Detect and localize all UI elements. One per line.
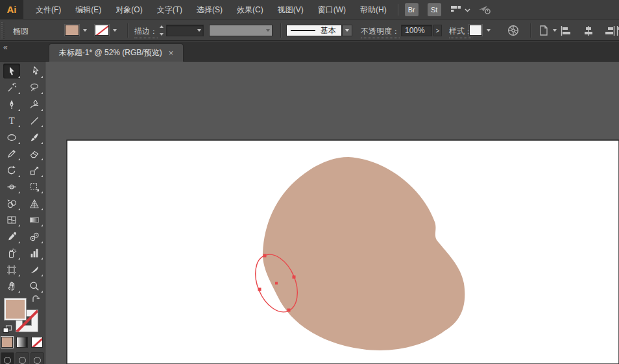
center-point[interactable] xyxy=(275,282,278,285)
app-logo: Ai xyxy=(0,0,23,19)
draw-normal-button[interactable] xyxy=(1,352,14,364)
brush-definition-chevron[interactable] xyxy=(342,25,352,36)
default-fill-stroke-icon[interactable] xyxy=(3,325,12,335)
menu-item-8[interactable]: 窗口(W) xyxy=(311,0,353,19)
menu-item-3[interactable]: 对象(O) xyxy=(108,0,149,19)
paint-color-button[interactable] xyxy=(1,337,13,348)
rotate-tool[interactable] xyxy=(0,162,23,179)
ellipse-tool-icon xyxy=(6,132,17,143)
anchor-point[interactable] xyxy=(293,276,296,279)
tab-close-icon[interactable]: × xyxy=(169,49,174,57)
eyedropper-tool[interactable] xyxy=(0,228,23,245)
fill-color-chevron[interactable] xyxy=(80,25,89,36)
collapse-panels-button[interactable]: « xyxy=(3,43,7,52)
paint-none-button[interactable] xyxy=(31,337,43,348)
stroke-weight-select[interactable] xyxy=(166,25,204,36)
stroke-color-swatch[interactable] xyxy=(95,25,109,36)
paint-style-buttons xyxy=(1,337,43,348)
hand-tool[interactable] xyxy=(0,278,23,295)
selection-tool[interactable] xyxy=(0,63,23,80)
workspace-switcher-button[interactable] xyxy=(450,4,470,16)
mesh-tool[interactable] xyxy=(0,212,23,229)
type-tool-icon: T xyxy=(6,115,17,126)
tool-flyout-corner xyxy=(41,109,43,111)
type-tool[interactable]: T xyxy=(0,113,23,130)
align-center-icon[interactable] xyxy=(582,24,595,37)
opacity-input[interactable]: 100% xyxy=(401,25,432,36)
direct-selection-tool[interactable] xyxy=(23,63,45,80)
paint-gradient-button[interactable] xyxy=(16,337,28,348)
shaper-tool[interactable] xyxy=(0,146,23,163)
options-divider xyxy=(280,23,281,38)
perspective-grid-tool[interactable] xyxy=(23,195,45,212)
ellipse-tool[interactable] xyxy=(0,129,23,146)
align-right-icon[interactable] xyxy=(603,24,616,37)
stock-button[interactable]: St xyxy=(428,3,441,16)
blend-tool[interactable] xyxy=(23,228,45,245)
zoom-tool-icon xyxy=(29,281,40,291)
gradient-tool[interactable] xyxy=(23,212,45,229)
gradient-tool-icon xyxy=(29,215,40,225)
symbol-sprayer-tool[interactable] xyxy=(0,245,23,262)
document-setup-icon[interactable] xyxy=(537,24,550,37)
document-setup-chevron[interactable] xyxy=(550,25,559,36)
tool-flyout-corner xyxy=(18,208,20,210)
width-tool[interactable] xyxy=(0,179,23,196)
canvas-pasteboard[interactable] xyxy=(45,62,619,364)
draw-inside-button[interactable] xyxy=(30,352,44,364)
scale-tool[interactable] xyxy=(23,162,45,179)
menu-item-1[interactable]: 文件(F) xyxy=(29,0,68,19)
tool-flyout-corner xyxy=(41,291,43,293)
free-transform-tool[interactable] xyxy=(23,179,45,196)
artboard-tool[interactable] xyxy=(0,261,23,278)
pen-tool[interactable] xyxy=(0,96,23,113)
eraser-tool-icon xyxy=(29,149,40,159)
stroke-weight-stepper[interactable] xyxy=(158,25,164,36)
draw-behind-button[interactable] xyxy=(16,352,29,364)
tool-flyout-corner xyxy=(41,258,43,260)
style-chevron[interactable] xyxy=(484,25,492,36)
menu-item-2[interactable]: 编辑(E) xyxy=(68,0,108,19)
style-swatch[interactable] xyxy=(469,25,482,36)
stroke-color-chevron[interactable] xyxy=(110,25,119,36)
menu-item-5[interactable]: 选择(S) xyxy=(189,0,230,19)
align-left-icon[interactable] xyxy=(559,24,572,37)
rotate-tool-icon xyxy=(6,165,17,176)
width-profile-select[interactable] xyxy=(209,25,273,36)
shape-builder-tool[interactable] xyxy=(0,195,23,212)
bridge-button[interactable]: Br xyxy=(405,3,419,16)
lasso-tool[interactable] xyxy=(23,80,45,97)
eraser-tool[interactable] xyxy=(23,146,45,163)
align-top-icon[interactable] xyxy=(615,24,619,37)
menu-item-7[interactable]: 视图(V) xyxy=(271,0,311,19)
column-graph-tool[interactable] xyxy=(23,245,45,262)
magic-wand-tool[interactable] xyxy=(0,80,23,97)
tool-flyout-corner xyxy=(18,92,20,94)
paintbrush-tool[interactable] xyxy=(23,129,45,146)
swap-fill-stroke-icon[interactable] xyxy=(31,295,41,306)
slice-tool[interactable] xyxy=(23,261,45,278)
document-tab[interactable]: 未标题-1* @ 52% (RGB/预览) × xyxy=(49,43,184,62)
mesh-tool-icon xyxy=(6,215,17,225)
curvature-tool[interactable] xyxy=(23,96,45,113)
anchor-point[interactable] xyxy=(287,309,291,312)
tool-flyout-corner xyxy=(18,158,20,160)
opacity-label[interactable]: 不透明度： xyxy=(361,26,400,38)
opacity-more-button[interactable]: > xyxy=(433,25,442,36)
menu-item-9[interactable]: 帮助(H) xyxy=(353,0,394,19)
line-segment-tool[interactable] xyxy=(23,113,45,130)
menu-item-6[interactable]: 效果(C) xyxy=(230,0,271,19)
stroke-weight-label[interactable]: 描边： xyxy=(134,26,158,38)
menu-item-4[interactable]: 文字(T) xyxy=(150,0,189,19)
options-bar-grip[interactable] xyxy=(1,22,5,39)
selection-tool-icon xyxy=(6,66,17,77)
anchor-point[interactable] xyxy=(263,254,267,258)
fill-color-swatch[interactable] xyxy=(65,25,79,36)
zoom-tool[interactable] xyxy=(23,278,45,295)
brush-definition-select[interactable]: 基本 xyxy=(286,25,342,36)
recolor-artwork-icon[interactable] xyxy=(507,24,520,37)
share-power-icon[interactable] xyxy=(478,5,492,15)
anchor-point[interactable] xyxy=(258,288,261,291)
artboard-canvas[interactable] xyxy=(45,62,619,364)
fill-proxy-swatch[interactable] xyxy=(4,298,27,321)
